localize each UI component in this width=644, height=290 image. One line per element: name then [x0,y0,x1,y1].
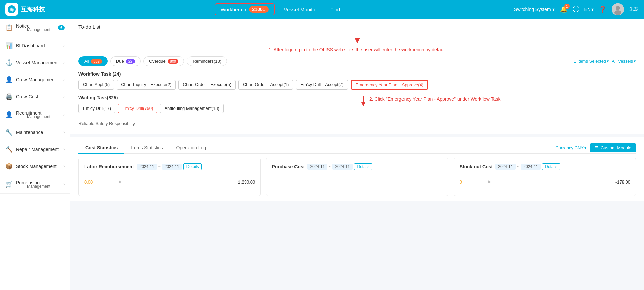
all-vessels-chevron-icon: ▾ [634,59,636,64]
language-selector[interactable]: EN ▾ [584,7,594,12]
task-tag-emergency-year-plan[interactable]: Emergency Year Plan—Approve(4) [351,80,428,90]
annotation2-text-area: 2. Click "Emergency Year Plan - Approve"… [355,95,636,106]
find-link[interactable]: Find [326,5,344,14]
tab-cost-statistics[interactable]: Cost Statistics [78,142,124,154]
sidebar-item-maintenance[interactable]: 🔧 Maintenance › [0,124,70,141]
todo-title: To-do List [78,24,100,32]
switching-system-chevron-icon: ▾ [552,7,555,12]
reliability-text: Reliable Safety Responsibilty [78,118,636,129]
switching-system-button[interactable]: Switching System ▾ [514,7,554,12]
cost-chart-purchase [272,173,442,190]
sidebar-item-crew-cost[interactable]: 🖨️ Crew Cost › [0,88,70,105]
purchase-range-from: 2024-11 [307,164,327,170]
all-vessels[interactable]: All Vessels ▾ [612,59,636,64]
sidebar-item-notice[interactable]: 📋 Notice Management 6 [0,19,70,37]
recruitment-icon: 👤 [5,111,13,118]
cost-statistics-section: Cost Statistics Items Statistics Operati… [70,137,644,201]
maintenance-chevron-icon: › [63,130,65,135]
annotation1-text: 1. After logging in to the OLISS web sid… [78,47,636,52]
svg-marker-7 [361,102,365,106]
filter-due-button[interactable]: Due 22 [110,56,141,66]
cost-card-labor: Labor Reimbursement 2024-11 ~ 2024-11 De… [78,158,261,196]
sidebar-item-crew-cost-label: Crew Cost [16,94,60,99]
sidebar-item-vessel-label: Vessel Management [16,60,60,65]
repair-management-chevron-icon: › [63,147,65,152]
svg-text:海: 海 [10,7,14,12]
filter-reminders-label: Reminders(18) [193,59,221,64]
help-icon[interactable]: ❓ [599,6,606,13]
labor-val-left: 0.00 [84,179,93,185]
main-layout: 📋 Notice Management 6 📊 BI Dashboard › ⚓… [0,19,644,290]
workbench-button[interactable]: Workbench 21001 [215,3,275,15]
nav-center: Workbench 21001 Vessel Monitor Find [53,3,506,15]
notification-badge: 1 [564,4,570,9]
stockout-val-left: 0 [460,179,462,185]
cost-card-purchase-range: 2024-11 ~ 2024-11 Details [307,163,372,170]
cost-cards: Labor Reimbursement 2024-11 ~ 2024-11 De… [78,158,636,196]
sidebar-item-stock-management[interactable]: 📦 Stock Management › [0,158,70,175]
task-tag-chart-inquiry[interactable]: Chart Inquiry—Execute(2) [117,80,176,90]
hamburger-icon: ☰ [595,145,599,150]
custom-module-button[interactable]: ☰ Custom Module [590,143,636,152]
task-tag-chart-order-execute[interactable]: Chart Order—Execute(5) [178,80,236,90]
annotation2-area: Waiting Task(825) Em'cy Drill(17) Em'cy … [78,95,636,118]
annotation1-arrow [78,37,636,46]
tab-items-statistics[interactable]: Items Statistics [124,142,169,154]
workbench-label: Workbench [221,7,246,12]
task-tag-chart-order-accept[interactable]: Chart Order—Accept(1) [238,80,293,90]
sidebar-item-recruitment[interactable]: 👤 Recruitment Management › [0,105,70,124]
crew-cost-icon: 🖨️ [5,93,13,100]
cost-card-purchase-header: Purchase Cost 2024-11 ~ 2024-11 Details [272,163,442,170]
avatar[interactable] [612,3,624,15]
sidebar-item-repair-management[interactable]: 🔨 Repair Management › [0,141,70,158]
filter-right: 1 Items Selected ▾ All Vessels ▾ [574,59,636,64]
fullscreen-icon[interactable]: ⛶ [573,6,579,13]
cost-card-labor-header: Labor Reimbursement 2024-11 ~ 2024-11 De… [84,163,255,170]
cost-card-stockout-title: Stock-out Cost [460,164,493,169]
sidebar-item-bi-label: BI Dashboard [16,43,60,48]
stockout-details-button[interactable]: Details [542,163,560,170]
cost-chart-labor: 0.00 1,230.00 [84,173,255,190]
task-tag-antifouling[interactable]: Antifouling Management(18) [160,104,223,113]
sidebar-item-vessel-management[interactable]: ⚓ Vessel Management › [0,54,70,71]
todo-section: To-do List 1. After logging in to the OL… [70,19,644,134]
stats-tab-actions: Currency CNY ▾ ☰ Custom Module [555,142,636,153]
sidebar-item-bi-dashboard[interactable]: 📊 BI Dashboard › [0,37,70,54]
stock-management-chevron-icon: › [63,164,65,169]
filter-overdue-button[interactable]: Overdue 809 [143,56,184,66]
task-tag-emcy-drill-17[interactable]: Em'cy Drill(17) [78,104,115,113]
purchase-details-button[interactable]: Details [354,163,372,170]
labor-details-button[interactable]: Details [183,163,202,170]
sidebar: 📋 Notice Management 6 📊 BI Dashboard › ⚓… [0,19,70,290]
items-selected[interactable]: 1 Items Selected ▾ [574,59,609,64]
task-tag-emcy-drill-accept[interactable]: Em'cy Drill—Accept(7) [296,80,348,90]
custom-module-label: Custom Module [601,145,631,150]
svg-marker-9 [119,180,122,183]
cost-card-stockout-header: Stock-out Cost 2024-11 ~ 2024-11 Details [460,163,630,170]
top-navigation: 海 互海科技 Workbench 21001 Vessel Monitor Fi… [0,0,644,19]
purchasing-icon: 🛒 [5,180,13,188]
bi-dashboard-icon: 📊 [5,42,13,49]
bi-dashboard-chevron-icon: › [63,43,65,48]
workflow-title: Workflow Task (24) [78,71,636,77]
stats-tabs: Cost Statistics Items Statistics Operati… [78,142,636,154]
all-vessels-label: All Vessels [612,59,633,64]
sidebar-item-purchasing[interactable]: 🛒 Purchasing Management › [0,175,70,194]
workbench-badge: 21001 [249,6,269,13]
currency-selector[interactable]: Currency CNY ▾ [555,145,587,150]
labor-range-to: 2024-11 [162,164,182,170]
notice-icon: 📋 [5,24,13,31]
tab-operation-log[interactable]: Operation Log [169,142,213,154]
svg-point-4 [614,10,621,15]
filter-all-badge: 867 [91,59,102,64]
filter-reminders-button[interactable]: Reminders(18) [187,56,227,66]
sidebar-item-crew-management[interactable]: 👤 Crew Management › [0,71,70,88]
logo-area[interactable]: 海 互海科技 [5,3,45,16]
vessel-monitor-link[interactable]: Vessel Monitor [280,5,321,14]
notification-icon[interactable]: 🔔 1 [560,6,568,13]
task-tag-emcy-drill-790[interactable]: Em'cy Drill(790) [118,104,157,113]
task-tag-chart-appl[interactable]: Chart Appl.(5) [78,80,114,90]
repair-management-icon: 🔨 [5,146,13,153]
stock-management-icon: 📦 [5,163,13,170]
filter-all-button[interactable]: All 867 [78,56,108,66]
